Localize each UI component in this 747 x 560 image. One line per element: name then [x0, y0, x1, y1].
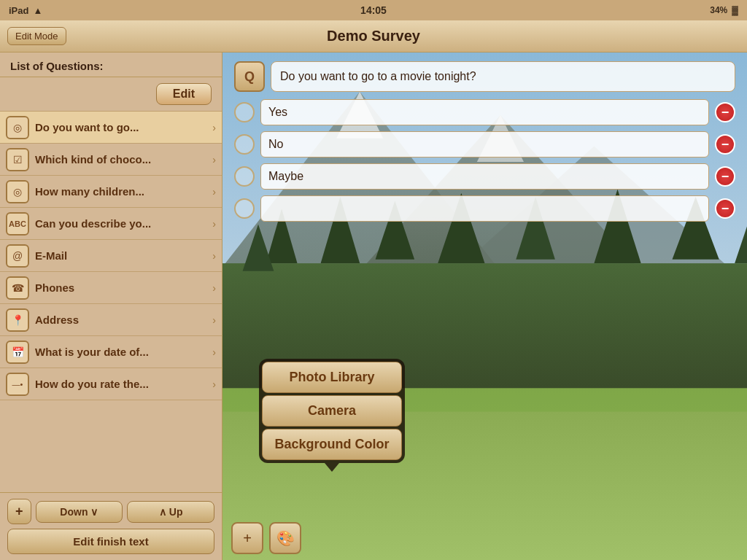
- list-item[interactable]: 📍 Address ›: [0, 304, 222, 336]
- photo-library-button[interactable]: Photo Library: [262, 362, 402, 393]
- remove-answer-3-button[interactable]: −: [715, 166, 735, 187]
- question-icon-email: @: [6, 244, 29, 268]
- add-item-button[interactable]: +: [231, 522, 263, 554]
- answer-input-2[interactable]: [260, 131, 709, 158]
- list-item[interactable]: ◎ Do you want to go... ›: [0, 112, 222, 144]
- chevron-right-icon: ›: [212, 186, 216, 198]
- answer-radio-3[interactable]: [234, 166, 255, 187]
- edit-mode-button[interactable]: Edit Mode: [7, 27, 66, 45]
- content-area: Q − − − −: [222, 52, 747, 560]
- list-item[interactable]: ☑ Which kind of choco... ›: [0, 144, 222, 176]
- edit-finish-text-button[interactable]: Edit finish text: [7, 529, 214, 554]
- answer-radio-2[interactable]: [234, 134, 255, 155]
- chevron-right-icon: ›: [212, 122, 216, 133]
- status-left: iPad ▲: [9, 5, 42, 16]
- question-icon-text: ABC: [6, 212, 29, 236]
- answer-input-4[interactable]: [260, 195, 709, 222]
- chevron-right-icon: ›: [212, 314, 216, 326]
- answer-row-4: −: [234, 195, 735, 222]
- down-icon: ∨: [90, 506, 98, 518]
- palette-button[interactable]: 🎨: [269, 522, 301, 554]
- list-item[interactable]: —• How do you rate the... ›: [0, 368, 222, 400]
- question-icon-radio: ◎: [6, 116, 29, 139]
- wifi-icon: ▲: [33, 5, 42, 16]
- battery-icon: ▓: [732, 5, 738, 15]
- status-right: 34% ▓: [710, 5, 738, 15]
- question-icon-address: 📍: [6, 308, 29, 332]
- down-button[interactable]: Down ∨: [36, 501, 123, 523]
- chevron-right-icon: ›: [212, 154, 216, 166]
- question-label: How many children...: [35, 185, 212, 198]
- status-time: 14:05: [360, 4, 387, 16]
- popup-menu: Photo Library Camera Background Color: [259, 359, 405, 463]
- battery-label: 34%: [710, 5, 727, 15]
- remove-answer-4-button[interactable]: −: [715, 198, 735, 219]
- chevron-right-icon: ›: [212, 250, 216, 262]
- list-item[interactable]: ABC Can you describe yo... ›: [0, 208, 222, 240]
- answer-radio-1[interactable]: [234, 102, 255, 122]
- popup-arrow: [325, 463, 339, 472]
- answer-input-1[interactable]: [260, 99, 709, 125]
- answer-row-2: −: [234, 131, 735, 158]
- page-title: Demo Survey: [327, 28, 420, 44]
- chevron-right-icon: ›: [212, 378, 216, 390]
- toolbar-row-nav: + Down ∨ ∧ Up: [7, 499, 214, 524]
- question-editor: Q − − − −: [234, 61, 735, 222]
- list-item[interactable]: @ E-Mail ›: [0, 240, 222, 272]
- question-label: Which kind of choco...: [35, 153, 212, 166]
- main-layout: List of Questions: Edit ◎ Do you want to…: [0, 52, 747, 560]
- question-text-input[interactable]: [271, 61, 735, 92]
- question-label: Phones: [35, 281, 212, 294]
- question-header: Q: [234, 61, 735, 92]
- carrier-label: iPad: [9, 5, 28, 16]
- down-label: Down: [60, 506, 88, 518]
- question-label: How do you rate the...: [35, 378, 212, 390]
- chevron-right-icon: ›: [212, 282, 216, 294]
- list-item[interactable]: ◎ How many children... ›: [0, 176, 222, 208]
- question-icon-date: 📅: [6, 341, 29, 364]
- content-bottom-toolbar: + 🎨: [222, 516, 747, 560]
- sidebar-bottom-toolbar: + Down ∨ ∧ Up Edit finish text: [0, 492, 222, 560]
- sidebar-header: List of Questions:: [0, 52, 222, 77]
- title-bar: Edit Mode Demo Survey: [0, 20, 747, 52]
- add-question-button[interactable]: +: [7, 499, 31, 524]
- question-list: ◎ Do you want to go... › ☑ Which kind of…: [0, 112, 222, 492]
- answer-radio-4[interactable]: [234, 198, 255, 219]
- answer-input-3[interactable]: [260, 163, 709, 190]
- list-item[interactable]: ☎ Phones ›: [0, 272, 222, 304]
- edit-button[interactable]: Edit: [156, 83, 212, 105]
- question-icon-radio2: ◎: [6, 180, 29, 203]
- chevron-right-icon: ›: [212, 218, 216, 230]
- edit-btn-row: Edit: [0, 77, 222, 112]
- up-icon: ∧: [159, 506, 166, 518]
- answer-row-3: −: [234, 163, 735, 190]
- background-color-button[interactable]: Background Color: [262, 429, 402, 460]
- question-label: What is your date of...: [35, 346, 212, 358]
- question-label: Do you want to go...: [35, 121, 212, 133]
- question-badge: Q: [234, 61, 265, 92]
- chevron-right-icon: ›: [212, 346, 216, 358]
- status-bar: iPad ▲ 14:05 34% ▓: [0, 0, 747, 20]
- sidebar: List of Questions: Edit ◎ Do you want to…: [0, 52, 222, 560]
- question-label: Address: [35, 314, 212, 326]
- question-icon-checkbox: ☑: [6, 148, 29, 171]
- question-label: E-Mail: [35, 249, 212, 262]
- question-icon-phone: ☎: [6, 276, 29, 300]
- answer-row-1: −: [234, 99, 735, 125]
- list-item[interactable]: 📅 What is your date of... ›: [0, 336, 222, 368]
- remove-answer-1-button[interactable]: −: [715, 102, 735, 122]
- camera-button[interactable]: Camera: [262, 395, 402, 427]
- question-icon-slider: —•: [6, 373, 29, 396]
- question-label: Can you describe yo...: [35, 217, 212, 230]
- up-label: Up: [169, 506, 183, 518]
- remove-answer-2-button[interactable]: −: [715, 134, 735, 155]
- up-button[interactable]: ∧ Up: [127, 501, 214, 523]
